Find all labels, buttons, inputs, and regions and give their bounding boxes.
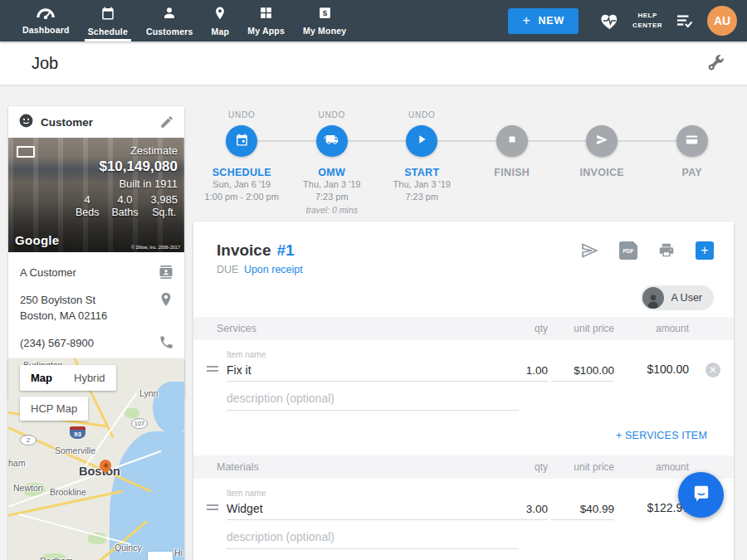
invoice-step-button[interactable]	[586, 125, 618, 157]
chat-fab-button[interactable]	[678, 472, 724, 518]
nav-item-label: Customers	[146, 27, 193, 37]
top-nav: Dashboard Schedule Customers Map My Apps	[0, 0, 747, 41]
customer-address-row: 250 Boylston St Boston, MA 02116	[20, 286, 174, 329]
unit-price-input[interactable]	[551, 363, 614, 382]
start-step-button[interactable]	[406, 125, 437, 157]
undo-schedule-link[interactable]: UNDO	[228, 110, 256, 125]
nav-item-label: My Money	[303, 26, 346, 36]
schedule-step-button[interactable]	[226, 125, 257, 157]
invoice-due: DUE Upon receipt	[217, 264, 714, 275]
item-name-label: Item name	[227, 350, 490, 359]
customer-card: Customer Zestimate $10,149,080 Built in …	[8, 106, 184, 398]
add-services-item-link[interactable]: + SERVICES ITEM	[616, 430, 707, 441]
services-section-header: Services qty unit price amount	[193, 317, 734, 340]
route-107-shield: 107	[131, 418, 148, 429]
step-pay: PAY	[647, 110, 738, 216]
page-title: Job	[32, 54, 58, 73]
invoice-title: Invoice	[217, 241, 271, 260]
unit-price-input[interactable]	[551, 501, 614, 520]
photo-copyright: © Zillow, Inc. 2006-2017	[131, 245, 180, 250]
item-description-input[interactable]	[227, 528, 519, 549]
hcp-map-button[interactable]: HCP Map	[20, 397, 88, 421]
job-header-bar: Job	[0, 41, 747, 85]
job-progress-timeline: UNDO SCHEDULE Sun, Jan 6 '19 1:00 pm - 2…	[197, 110, 737, 216]
service-item-row: Item name $100.00 ✕	[193, 340, 734, 382]
invoice-header: Invoice #1 PDF + DUE Upon receipt	[193, 222, 734, 317]
step-label: OMW	[318, 167, 345, 178]
pay-step-button[interactable]	[676, 125, 708, 157]
svg-text:$: $	[322, 8, 327, 17]
section-title: Materials	[217, 461, 490, 473]
nav-item-label: Map	[212, 27, 230, 37]
help-center-link[interactable]: HELP CENTER	[632, 11, 662, 31]
nav-item-dashboard[interactable]: Dashboard	[13, 0, 79, 41]
invoice-number[interactable]: #1	[276, 241, 294, 260]
customer-phone: (234) 567-8900	[20, 334, 159, 352]
help-line1: HELP	[632, 11, 662, 21]
drag-handle[interactable]	[207, 502, 227, 520]
zestimate-value: $10,149,080	[76, 158, 178, 175]
phone-icon[interactable]	[159, 334, 174, 350]
map-label-lynn: Lynn	[139, 388, 158, 398]
assignee-name: A User	[671, 292, 702, 304]
undo-start-link[interactable]: UNDO	[408, 110, 436, 125]
remove-item-button[interactable]: ✕	[706, 363, 720, 377]
unit-price-column-header: unit price	[551, 323, 614, 334]
map-type-hybrid-button[interactable]: Hybrid	[63, 365, 116, 391]
section-title: Services	[217, 323, 490, 334]
assignee-chip[interactable]: A User	[641, 285, 714, 310]
item-name-input[interactable]	[227, 362, 490, 382]
customers-icon	[162, 6, 177, 24]
map-widget[interactable]: Burlington Lynn 107 2 93 Somerville ham …	[8, 358, 184, 560]
line-amount: $100.00	[618, 363, 689, 382]
nav-item-label: Dashboard	[22, 25, 70, 35]
map-pin-icon	[212, 6, 227, 24]
item-name-input[interactable]	[227, 500, 490, 520]
drag-handle[interactable]	[207, 363, 227, 382]
finish-step-button[interactable]	[496, 125, 528, 157]
material-item-row: Item name $122.97	[193, 479, 734, 520]
nav-item-my-money[interactable]: $ My Money	[294, 0, 355, 41]
task-list-icon[interactable]	[676, 13, 694, 28]
user-avatar[interactable]: AU	[707, 6, 737, 36]
truck-icon	[324, 132, 339, 151]
heart-pulse-icon[interactable]	[600, 12, 619, 30]
contact-card-icon[interactable]	[158, 264, 174, 280]
pdf-icon[interactable]: PDF	[619, 241, 637, 260]
nav-item-customers[interactable]: Customers	[137, 0, 203, 41]
job-tools-icon[interactable]	[706, 53, 725, 73]
step-finish: FINISH	[467, 110, 558, 216]
nav-item-label: My Apps	[247, 26, 285, 36]
route-2-shield: 2	[20, 435, 37, 446]
omw-step-button[interactable]	[316, 125, 348, 157]
customer-card-header: Customer	[8, 106, 184, 138]
qty-input[interactable]	[490, 363, 548, 382]
stop-icon	[506, 134, 518, 149]
map-type-map-button[interactable]: Map	[20, 365, 63, 391]
nav-right: HELP CENTER AU	[600, 6, 737, 36]
step-label: FINISH	[494, 167, 530, 178]
google-watermark: Google	[15, 233, 59, 247]
nav-item-my-apps[interactable]: My Apps	[238, 0, 294, 41]
new-button-label: NEW	[539, 15, 565, 27]
nav-item-map[interactable]: Map	[203, 0, 239, 41]
map-label-dedham: Dedham	[40, 556, 73, 560]
zoom-in-button[interactable]: +	[148, 552, 173, 560]
street-view-toggle-icon[interactable]	[17, 146, 35, 158]
location-pin-icon[interactable]	[158, 291, 174, 308]
send-invoice-icon[interactable]	[579, 241, 599, 260]
due-value-link[interactable]: Upon receipt	[244, 264, 303, 275]
qty-input[interactable]	[490, 501, 548, 520]
undo-omw-link[interactable]: UNDO	[318, 110, 345, 125]
customer-phone-row: (234) 567-8900	[20, 329, 174, 357]
customer-card-title: Customer	[41, 116, 153, 129]
print-icon[interactable]	[657, 241, 676, 260]
edit-pencil-icon[interactable]	[159, 114, 174, 129]
add-invoice-button[interactable]: +	[696, 241, 714, 260]
item-description-input[interactable]	[227, 390, 519, 411]
new-button[interactable]: + NEW	[508, 8, 579, 34]
step-start: UNDO START Thu, Jan 3 '19 7:23 pm	[377, 110, 467, 216]
nav-item-schedule[interactable]: Schedule	[79, 0, 137, 41]
amount-column-header: amount	[618, 323, 689, 334]
invoice-actions: PDF +	[579, 241, 714, 260]
